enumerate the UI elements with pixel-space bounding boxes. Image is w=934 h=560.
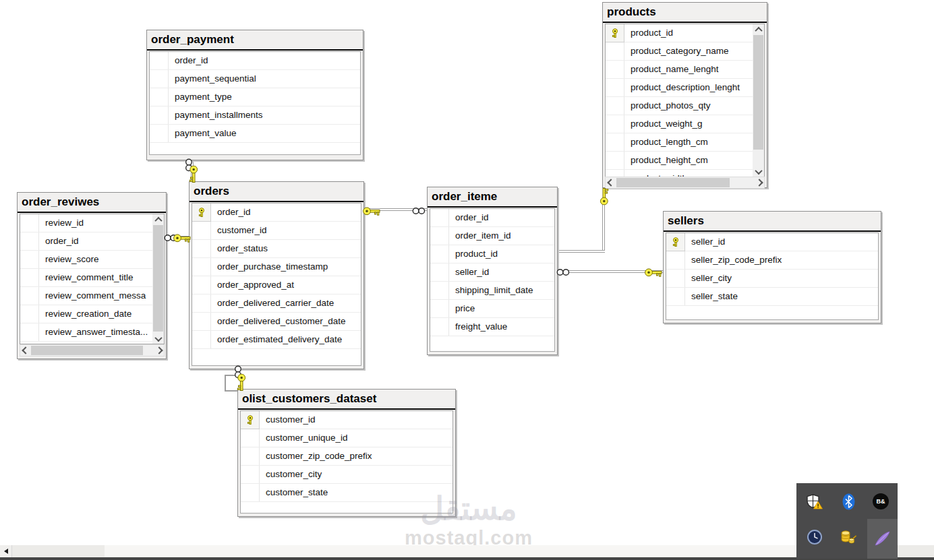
- key-cell: [192, 276, 211, 294]
- table-row[interactable]: order_delivered_carrier_date: [192, 294, 361, 313]
- table-title[interactable]: orders: [189, 182, 363, 202]
- table-row[interactable]: payment_installments: [150, 106, 360, 125]
- table-order-payment[interactable]: order_payment order_idpayment_sequential…: [146, 30, 363, 160]
- table-row[interactable]: product_name_lenght: [606, 61, 764, 79]
- key-cell: [241, 484, 260, 501]
- table-row[interactable]: seller_state: [666, 288, 878, 306]
- scrollbar-thumb[interactable]: [31, 346, 143, 355]
- table-row[interactable]: product_weight_g: [606, 115, 764, 133]
- table-title[interactable]: olist_customers_dataset: [238, 390, 455, 410]
- table-row[interactable]: freight_value: [430, 318, 554, 336]
- table-row[interactable]: payment_sequential: [150, 70, 360, 88]
- table-row[interactable]: product_length_cm: [606, 133, 764, 152]
- scrollbar-thumb[interactable]: [105, 545, 898, 557]
- table-row[interactable]: review_comment_messa: [20, 287, 164, 305]
- field-name: payment_installments: [175, 110, 263, 120]
- security-shield-icon[interactable]: [800, 487, 829, 516]
- table-row[interactable]: customer_state: [241, 484, 453, 502]
- table-olist-customers-dataset[interactable]: olist_customers_dataset customer_idcusto…: [237, 389, 456, 517]
- table-title[interactable]: order_payment: [147, 30, 363, 51]
- table-orders[interactable]: orders order_idcustomer_idorder_statusor…: [189, 181, 364, 369]
- table-order-reviwes[interactable]: order_reviwes review_idorder_idreview_sc…: [17, 192, 167, 359]
- field-name: order_status: [217, 243, 268, 253]
- key-cell: [192, 313, 211, 330]
- table-row[interactable]: price: [430, 300, 554, 318]
- key-cardinality-icon: [600, 188, 610, 206]
- database-edit-icon[interactable]: [834, 522, 863, 552]
- table-title[interactable]: products: [603, 3, 767, 23]
- relationship-line-products-iteme-h[interactable]: [556, 250, 605, 253]
- table-row[interactable]: payment_type: [150, 88, 360, 106]
- table-row[interactable]: product_description_lenght: [606, 79, 764, 97]
- scroll-down-button[interactable]: [753, 166, 764, 177]
- primary-key-icon: [666, 233, 685, 251]
- diagram-canvas[interactable]: order_payment order_idpayment_sequential…: [0, 0, 934, 560]
- scroll-up-button[interactable]: [152, 214, 164, 224]
- table-row[interactable]: review_answer_timesta...: [20, 323, 164, 342]
- key-cell: [606, 97, 624, 115]
- table-row[interactable]: customer_city: [241, 466, 453, 484]
- table-row[interactable]: seller_city: [666, 270, 878, 288]
- horizontal-scrollbar[interactable]: [605, 177, 765, 189]
- table-row[interactable]: seller_id: [666, 233, 878, 251]
- table-title[interactable]: order_reviwes: [18, 193, 166, 213]
- table-title[interactable]: order_iteme: [428, 187, 557, 208]
- table-row[interactable]: order_id: [150, 52, 360, 70]
- table-row[interactable]: seller_id: [430, 263, 554, 282]
- table-row[interactable]: order_purchase_timestamp: [192, 258, 361, 276]
- table-row[interactable]: customer_id: [192, 222, 361, 240]
- scroll-up-button[interactable]: [753, 24, 764, 34]
- table-row[interactable]: payment_value: [150, 125, 360, 143]
- table-row[interactable]: order_id: [192, 204, 361, 222]
- table-row[interactable]: product_id: [430, 245, 554, 263]
- table-row[interactable]: order_id: [20, 232, 164, 251]
- table-row[interactable]: order_id: [430, 209, 554, 227]
- bluetooth-icon[interactable]: [834, 487, 863, 516]
- table-row[interactable]: review_comment_title: [20, 269, 164, 287]
- bang-olufsen-icon[interactable]: B&: [866, 487, 896, 516]
- table-sellers[interactable]: sellers seller_idseller_zip_code_prefixs…: [663, 211, 881, 323]
- clock-icon[interactable]: [800, 522, 829, 552]
- key-cell: [430, 300, 449, 317]
- table-order-iteme[interactable]: order_iteme order_idorder_item_idproduct…: [427, 187, 558, 355]
- scroll-down-button[interactable]: [152, 334, 164, 344]
- vertical-scrollbar[interactable]: [753, 24, 764, 177]
- table-row[interactable]: product_id: [606, 24, 764, 42]
- scroll-left-button[interactable]: [20, 345, 30, 356]
- table-title[interactable]: sellers: [664, 212, 881, 232]
- scroll-left-button[interactable]: [0, 545, 12, 557]
- diagram-horizontal-scrollbar[interactable]: [0, 545, 934, 557]
- vertical-scrollbar[interactable]: [152, 214, 164, 344]
- table-row[interactable]: shipping_limit_date: [430, 282, 554, 300]
- table-row[interactable]: review_id: [20, 214, 164, 232]
- table-products[interactable]: products product_idproduct_category_name…: [602, 2, 767, 188]
- relationship-line-products-iteme-v[interactable]: [602, 202, 605, 251]
- scrollbar-thumb[interactable]: [753, 35, 763, 150]
- table-row[interactable]: order_approved_at: [192, 276, 361, 294]
- scrollbar-thumb[interactable]: [153, 225, 163, 332]
- scroll-left-button[interactable]: [606, 177, 616, 188]
- table-row[interactable]: customer_id: [241, 411, 453, 429]
- horizontal-scrollbar[interactable]: [20, 344, 165, 356]
- key-cell: [606, 61, 624, 78]
- field-name: shipping_limit_date: [455, 285, 533, 295]
- scrollbar-thumb[interactable]: [616, 178, 730, 187]
- scroll-right-button[interactable]: [754, 177, 764, 188]
- chevron-right-icon: [155, 346, 163, 354]
- table-row[interactable]: order_estimated_delivery_date: [192, 331, 361, 349]
- table-row[interactable]: customer_zip_code_prefix: [241, 447, 453, 466]
- scroll-right-button[interactable]: [154, 345, 164, 356]
- feather-pen-icon[interactable]: [867, 524, 897, 553]
- table-row[interactable]: order_item_id: [430, 227, 554, 245]
- field-name: order_approved_at: [217, 280, 294, 290]
- table-row[interactable]: product_photos_qty: [606, 97, 764, 115]
- table-row[interactable]: order_status: [192, 240, 361, 258]
- key-cell: [430, 318, 449, 336]
- table-row[interactable]: review_score: [20, 251, 164, 269]
- table-row[interactable]: seller_zip_code_prefix: [666, 251, 878, 270]
- table-row[interactable]: order_delivered_customer_date: [192, 313, 361, 331]
- table-row[interactable]: product_height_cm: [606, 152, 764, 170]
- table-row[interactable]: customer_unique_id: [241, 429, 453, 447]
- table-row[interactable]: product_category_name: [606, 42, 764, 61]
- table-row[interactable]: review_creation_date: [20, 305, 164, 323]
